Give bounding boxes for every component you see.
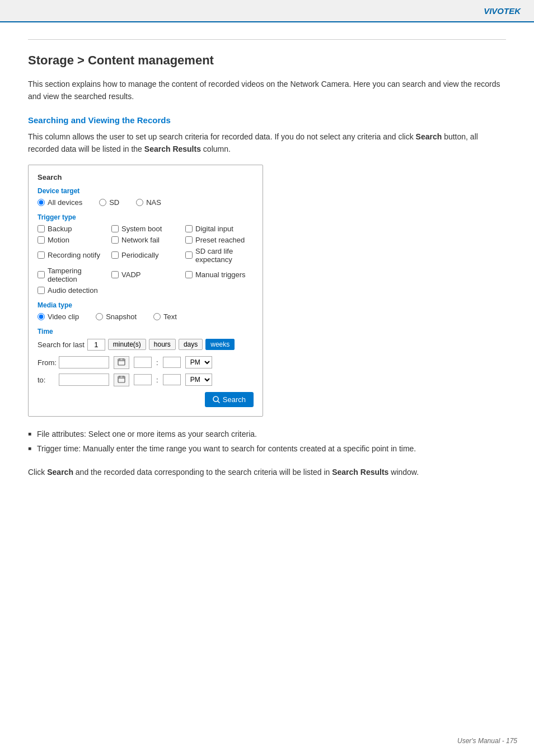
from-colon: : xyxy=(156,358,158,367)
radio-nas-label: NAS xyxy=(146,198,161,207)
svg-rect-0 xyxy=(118,359,125,365)
cb-backup-input[interactable] xyxy=(38,225,45,232)
main-content: Storage > Content management This sectio… xyxy=(0,22,534,512)
from-row: From: 2021/06/28 01 : 21 PM AM xyxy=(38,356,254,369)
footer-text: User's Manual - 175 xyxy=(457,737,517,745)
radio-all-devices[interactable]: All devices xyxy=(38,198,82,207)
cb-vadp-label: VADP xyxy=(121,270,140,279)
page-title: Storage > Content management xyxy=(28,53,506,68)
time-label: Time xyxy=(38,328,254,335)
cb-recording-notify-input[interactable] xyxy=(38,251,45,259)
radio-sd-input[interactable] xyxy=(99,199,106,206)
radio-snapshot-input[interactable] xyxy=(96,313,103,320)
radio-sd[interactable]: SD xyxy=(99,198,119,207)
cb-preset-reached-label: Preset reached xyxy=(195,236,245,244)
radio-nas-input[interactable] xyxy=(136,199,143,206)
cb-backup-label: Backup xyxy=(48,225,72,233)
time-unit-minutes[interactable]: minute(s) xyxy=(108,339,146,350)
cb-tampering-input[interactable] xyxy=(38,271,45,278)
to-ampm-select[interactable]: PM AM xyxy=(185,374,212,386)
radio-snapshot[interactable]: Snapshot xyxy=(96,312,137,321)
cb-sd-card-life[interactable]: SD card life expectancy xyxy=(185,247,254,264)
time-unit-hours[interactable]: hours xyxy=(149,339,176,350)
radio-video-clip-label: Video clip xyxy=(48,312,79,321)
cb-system-boot[interactable]: System boot xyxy=(111,225,180,233)
search-button-label: Search xyxy=(223,395,246,404)
cb-audio-detection[interactable]: Audio detection xyxy=(38,286,106,295)
from-hour-input[interactable]: 01 xyxy=(134,357,152,368)
divider xyxy=(28,39,506,40)
trigger-type-label: Trigger type xyxy=(38,213,254,221)
cb-preset-reached-input[interactable] xyxy=(185,236,193,244)
radio-text[interactable]: Text xyxy=(153,312,177,321)
from-calendar-icon[interactable] xyxy=(114,356,129,369)
time-section: Time Search for last minute(s) hours day… xyxy=(38,328,254,386)
from-minute-input[interactable]: 21 xyxy=(163,357,181,368)
cb-backup[interactable]: Backup xyxy=(38,225,106,233)
cb-periodically-input[interactable] xyxy=(111,251,119,259)
cb-audio-detection-input[interactable] xyxy=(38,287,45,294)
brand-label: VIVOTEK xyxy=(484,6,521,16)
cb-digital-input[interactable]: Digital input xyxy=(185,225,254,233)
to-label: to: xyxy=(38,376,54,384)
cb-digital-input-input[interactable] xyxy=(185,225,193,232)
cb-motion-input[interactable] xyxy=(38,236,45,244)
cb-recording-notify[interactable]: Recording notify xyxy=(38,247,106,264)
search-last-value-input[interactable] xyxy=(87,339,105,351)
cb-periodically[interactable]: Periodically xyxy=(111,247,180,264)
cb-network-fail-input[interactable] xyxy=(111,236,119,244)
search-btn-row: Search xyxy=(38,392,254,407)
svg-rect-4 xyxy=(118,376,125,382)
to-hour-input[interactable]: 01 xyxy=(134,374,152,385)
from-date-input[interactable]: 2021/06/28 xyxy=(59,356,109,368)
search-panel: Search Device target All devices SD NAS … xyxy=(28,165,263,417)
cb-motion[interactable]: Motion xyxy=(38,236,106,244)
time-unit-days[interactable]: days xyxy=(179,339,203,350)
radio-video-clip[interactable]: Video clip xyxy=(38,312,79,321)
media-type-row: Video clip Snapshot Text xyxy=(38,312,254,321)
cb-manual-triggers[interactable]: Manual triggers xyxy=(185,267,254,283)
svg-line-9 xyxy=(218,401,219,403)
intro-text: This section explains how to manage the … xyxy=(28,78,506,103)
cb-network-fail-label: Network fail xyxy=(121,236,160,244)
radio-all-devices-input[interactable] xyxy=(38,199,45,206)
to-minute-input[interactable]: 21 xyxy=(163,374,181,385)
cb-sd-card-life-label: SD card life expectancy xyxy=(195,247,254,264)
cb-motion-label: Motion xyxy=(48,236,69,244)
media-type-label: Media type xyxy=(38,301,254,309)
radio-sd-label: SD xyxy=(109,198,119,207)
radio-nas[interactable]: NAS xyxy=(136,198,161,207)
cb-system-boot-input[interactable] xyxy=(111,225,119,232)
closing-text: Click Search and the recorded data corre… xyxy=(28,466,506,478)
cb-audio-detection-label: Audio detection xyxy=(48,286,98,295)
radio-video-clip-input[interactable] xyxy=(38,313,45,320)
bullet-list: File attributes: Select one or more item… xyxy=(28,428,506,455)
to-date-input[interactable]: 2021/07/05 xyxy=(59,374,109,386)
cb-tampering[interactable]: Tampering detection xyxy=(38,267,106,283)
to-row: to: 2021/07/05 01 : 21 PM AM xyxy=(38,374,254,386)
radio-text-input[interactable] xyxy=(153,313,161,320)
cb-network-fail[interactable]: Network fail xyxy=(111,236,180,244)
cb-vadp[interactable]: VADP xyxy=(111,267,180,283)
header-bar: VIVOTEK xyxy=(0,0,534,22)
cb-system-boot-label: System boot xyxy=(121,225,162,233)
trigger-type-grid: Backup System boot Digital input Motion … xyxy=(38,225,254,295)
to-calendar-icon[interactable] xyxy=(114,374,129,386)
bullet-item-2: Trigger time: Manually enter the time ra… xyxy=(28,442,506,455)
cb-manual-triggers-label: Manual triggers xyxy=(195,270,246,279)
radio-all-devices-label: All devices xyxy=(48,198,82,207)
cb-manual-triggers-input[interactable] xyxy=(185,271,193,278)
footer: User's Manual - 175 xyxy=(457,737,517,745)
from-ampm-select[interactable]: PM AM xyxy=(185,356,212,368)
from-label: From: xyxy=(38,358,54,367)
search-panel-title: Search xyxy=(38,173,254,181)
bullet-item-1: File attributes: Select one or more item… xyxy=(28,428,506,440)
cb-preset-reached[interactable]: Preset reached xyxy=(185,236,254,244)
radio-text-label: Text xyxy=(163,312,177,321)
cb-periodically-label: Periodically xyxy=(121,251,158,259)
cb-vadp-input[interactable] xyxy=(111,271,119,278)
search-button[interactable]: Search xyxy=(205,392,254,407)
cb-sd-card-life-input[interactable] xyxy=(185,251,193,259)
time-unit-weeks[interactable]: weeks xyxy=(205,339,235,350)
radio-snapshot-label: Snapshot xyxy=(106,312,137,321)
